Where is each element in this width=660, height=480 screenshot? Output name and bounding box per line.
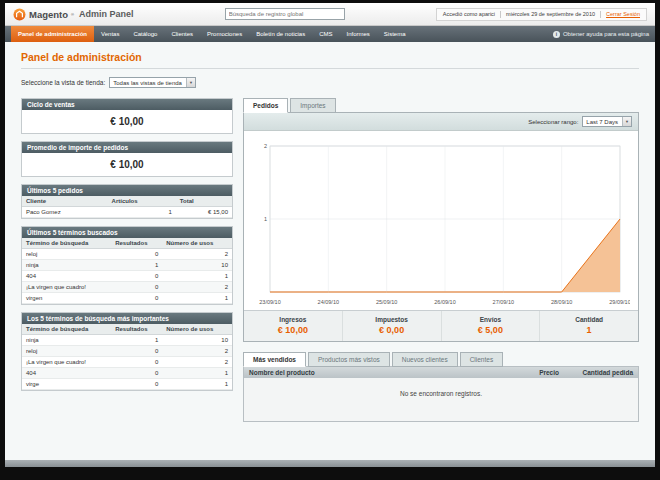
cell-uses: 1 bbox=[162, 293, 232, 304]
cell-total: € 15,00 bbox=[176, 207, 232, 218]
stat-value: € 5,00 bbox=[442, 325, 540, 335]
top-bar: Magento® Admin Panel Accedió como aparic… bbox=[5, 3, 655, 26]
lifetime-sales-value: € 10,00 bbox=[22, 110, 232, 133]
svg-text:2: 2 bbox=[264, 143, 267, 149]
page-title: Panel de administración bbox=[21, 51, 639, 63]
column-header: Cliente bbox=[22, 196, 108, 207]
cell-results: 0 bbox=[111, 346, 162, 357]
svg-text:1: 1 bbox=[264, 216, 267, 222]
footer-bar bbox=[5, 460, 655, 467]
last-orders-title: Últimos 5 pedidos bbox=[22, 185, 232, 196]
search-term-row[interactable]: ¡La virgen que cuadro! 0 2 bbox=[22, 357, 232, 368]
svg-text:23/09/10: 23/09/10 bbox=[259, 299, 280, 305]
nav-item-sales[interactable]: Ventas bbox=[94, 26, 126, 42]
lifetime-sales-title: Ciclo de ventas bbox=[22, 99, 232, 110]
nav-item-reports[interactable]: Informes bbox=[340, 26, 377, 42]
cell-results: 0 bbox=[111, 271, 162, 282]
tab-customers[interactable]: Clientes bbox=[460, 352, 503, 367]
last-orders-table: Cliente Artículos Total Paco Gomez 1 € 1… bbox=[22, 196, 232, 218]
last-search-terms-table: Término de búsqueda Resultados Número de… bbox=[22, 238, 232, 304]
column-header-price: Precio bbox=[502, 367, 564, 378]
help-label: Obtener ayuda para esta página bbox=[563, 31, 649, 37]
user-info-box: Accedió como aparici miércoles 29 de sep… bbox=[436, 8, 647, 21]
page-help-link[interactable]: i Obtener ayuda para esta página bbox=[553, 26, 649, 42]
tab-most-viewed[interactable]: Productos más vistos bbox=[308, 352, 390, 367]
stat-value: € 10,00 bbox=[244, 325, 342, 335]
magento-logo-icon bbox=[13, 8, 26, 21]
separator bbox=[600, 11, 601, 18]
dashboard-columns: Ciclo de ventas € 10,00 Promedio de impo… bbox=[21, 98, 639, 422]
cell-term: 404 bbox=[22, 368, 111, 379]
logout-link[interactable]: Cerrar Sesión bbox=[606, 11, 640, 17]
tab-new-customers[interactable]: Nuevos clientes bbox=[392, 352, 458, 367]
cell-term: reloj bbox=[22, 249, 111, 260]
global-search-input[interactable] bbox=[225, 8, 345, 20]
cell-term: ninja bbox=[22, 335, 111, 346]
cell-results: 0 bbox=[111, 379, 162, 390]
cell-term: 404 bbox=[22, 271, 111, 282]
current-date-text: miércoles 29 de septiembre de 2010 bbox=[506, 11, 595, 17]
cell-term: reloj bbox=[22, 346, 111, 357]
main-nav-bar: Panel de administración Ventas Catálogo … bbox=[5, 26, 655, 42]
column-header: Término de búsqueda bbox=[22, 238, 111, 249]
nav-item-customers[interactable]: Clientes bbox=[164, 26, 200, 42]
tab-amounts[interactable]: Importes bbox=[290, 98, 335, 113]
empty-records-message: No se encontraron registros. bbox=[244, 378, 638, 421]
column-header: Resultados bbox=[111, 324, 162, 335]
nav-item-promotions[interactable]: Promociones bbox=[200, 26, 249, 42]
cell-term: ¡La virgen que cuadro! bbox=[22, 357, 111, 368]
cell-results: 0 bbox=[111, 282, 162, 293]
search-term-row[interactable]: 404 0 1 bbox=[22, 271, 232, 282]
cell-term: ¡La virgen que cuadro! bbox=[22, 282, 111, 293]
column-header: Número de usos bbox=[162, 238, 232, 249]
tab-orders[interactable]: Pedidos bbox=[243, 98, 288, 113]
search-term-row[interactable]: virge 0 1 bbox=[22, 379, 232, 390]
svg-text:29/09/10: 29/09/10 bbox=[609, 299, 630, 305]
search-term-row[interactable]: ninja 1 10 bbox=[22, 335, 232, 346]
stat-value: € 0,00 bbox=[343, 325, 441, 335]
search-term-row[interactable]: virgen 0 1 bbox=[22, 293, 232, 304]
range-select[interactable]: Last 7 Days ▼ bbox=[582, 116, 632, 127]
search-term-row[interactable]: ¡La virgen que cuadro! 0 2 bbox=[22, 282, 232, 293]
nav-item-system[interactable]: Sistema bbox=[377, 26, 413, 42]
average-orders-box: Promedio de importe de pedidos € 10,00 bbox=[21, 141, 233, 177]
stat-value: 1 bbox=[540, 325, 638, 335]
cell-uses: 1 bbox=[162, 368, 232, 379]
search-term-row[interactable]: reloj 0 2 bbox=[22, 249, 232, 260]
chevron-down-icon: ▼ bbox=[622, 117, 631, 126]
nav-item-dashboard[interactable]: Panel de administración bbox=[11, 26, 94, 42]
store-view-select[interactable]: Todas las vistas de tienda ▼ bbox=[109, 77, 196, 88]
title-divider bbox=[21, 68, 639, 69]
last-orders-box: Últimos 5 pedidos Cliente Artículos Tota… bbox=[21, 184, 233, 219]
cell-term: virgen bbox=[22, 293, 111, 304]
nav-item-cms[interactable]: CMS bbox=[312, 26, 339, 42]
products-grid-header: Nombre del producto Precio Cantidad pedi… bbox=[244, 367, 638, 378]
chart-wrapper: 23/09/1024/09/1025/09/1026/09/1027/09/10… bbox=[244, 131, 638, 310]
cell-results: 0 bbox=[111, 293, 162, 304]
cell-uses: 2 bbox=[162, 282, 232, 293]
search-term-row[interactable]: reloj 0 2 bbox=[22, 346, 232, 357]
column-header: Artículos bbox=[108, 196, 176, 207]
chevron-down-icon: ▼ bbox=[186, 78, 195, 87]
cell-uses: 2 bbox=[162, 357, 232, 368]
logged-in-as-text: Accedió como aparici bbox=[443, 11, 495, 17]
orders-chart: 23/09/1024/09/1025/09/1026/09/1027/09/10… bbox=[248, 138, 634, 308]
nav-item-catalog[interactable]: Catálogo bbox=[126, 26, 164, 42]
cell-uses: 1 bbox=[162, 379, 232, 390]
nav-item-newsletter[interactable]: Boletín de noticias bbox=[249, 26, 312, 42]
svg-text:24/09/10: 24/09/10 bbox=[318, 299, 339, 305]
content-area: Panel de administración Seleccione la vi… bbox=[5, 42, 655, 460]
search-term-row[interactable]: 404 0 1 bbox=[22, 368, 232, 379]
column-header-quantity: Cantidad pedida bbox=[564, 367, 638, 378]
left-column: Ciclo de ventas € 10,00 Promedio de impo… bbox=[21, 98, 233, 398]
stat-label: Envíos bbox=[442, 316, 540, 323]
search-term-row[interactable]: ninja 1 10 bbox=[22, 260, 232, 271]
tab-bestsellers[interactable]: Más vendidos bbox=[243, 352, 306, 367]
column-header: Término de búsqueda bbox=[22, 324, 111, 335]
range-selector-row: Seleccionar rango: Last 7 Days ▼ bbox=[244, 113, 638, 131]
top-search-terms-box: Los 5 términos de búsqueda más important… bbox=[21, 312, 233, 391]
order-row[interactable]: Paco Gomez 1 € 15,00 bbox=[22, 207, 232, 218]
cell-uses: 10 bbox=[162, 260, 232, 271]
logo-area: Magento® Admin Panel bbox=[13, 8, 134, 21]
help-icon: i bbox=[553, 31, 560, 38]
